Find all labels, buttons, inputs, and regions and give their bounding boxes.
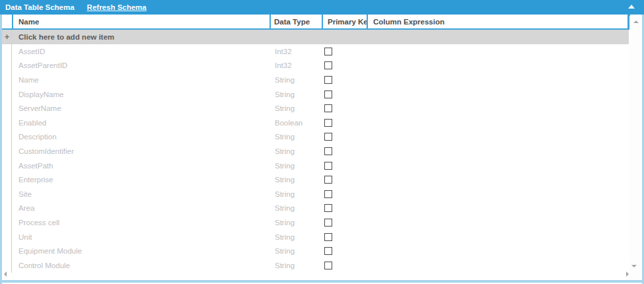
primary-key-cell	[322, 219, 367, 227]
table-row[interactable]: DisplayName String	[2, 87, 629, 102]
table-row[interactable]: Description String	[2, 130, 629, 145]
name-cell[interactable]: Description	[12, 133, 269, 141]
data-type-cell[interactable]: String	[269, 147, 322, 155]
table-row[interactable]: Area String	[2, 201, 629, 216]
row-header-separator-line	[11, 30, 12, 273]
column-header-data-type[interactable]: Data Type	[269, 15, 322, 28]
row-header-cell[interactable]	[2, 159, 12, 173]
row-header-cell[interactable]	[2, 215, 12, 230]
row-header-cell[interactable]	[2, 230, 12, 244]
primary-key-checkbox[interactable]	[324, 119, 332, 127]
row-header-cell[interactable]	[2, 187, 12, 201]
row-header-cell[interactable]	[2, 87, 12, 102]
primary-key-checkbox[interactable]	[324, 61, 332, 69]
scroll-left-icon[interactable]	[4, 271, 7, 277]
data-type-cell[interactable]: String	[269, 104, 322, 112]
table-row[interactable]: Enabled Boolean	[2, 116, 629, 130]
name-cell[interactable]: Site	[12, 190, 269, 198]
table-row[interactable]: Control Module String	[2, 258, 629, 273]
name-cell[interactable]: CustomIdentifier	[12, 147, 269, 155]
primary-key-cell	[322, 204, 367, 212]
table-row[interactable]: Unit String	[2, 230, 629, 244]
primary-key-checkbox[interactable]	[324, 104, 332, 112]
name-cell[interactable]: Control Module	[12, 262, 269, 269]
name-cell[interactable]: ServerName	[12, 104, 269, 112]
primary-key-checkbox[interactable]	[324, 233, 332, 241]
vertical-scrollbar[interactable]	[629, 16, 641, 280]
collapse-panel-icon[interactable]	[628, 5, 635, 9]
row-header-cell[interactable]	[2, 144, 12, 159]
table-row[interactable]: Site String	[2, 187, 629, 201]
table-row[interactable]: Equipment Module String	[2, 244, 629, 258]
table-row[interactable]: CustomIdentifier String	[2, 144, 629, 159]
name-cell[interactable]: AssetPath	[12, 162, 269, 170]
data-type-cell[interactable]: String	[269, 233, 322, 241]
name-cell[interactable]: AssetParentID	[12, 61, 269, 69]
data-type-cell[interactable]: String	[269, 247, 322, 255]
primary-key-checkbox[interactable]	[324, 133, 332, 141]
primary-key-checkbox[interactable]	[324, 262, 332, 269]
data-type-cell[interactable]: String	[269, 90, 322, 98]
data-type-cell[interactable]: Int32	[269, 61, 322, 69]
table-row[interactable]: AssetID Int32	[2, 44, 629, 59]
primary-key-checkbox[interactable]	[324, 190, 332, 198]
data-type-cell[interactable]: Int32	[269, 48, 322, 55]
primary-key-checkbox[interactable]	[324, 247, 332, 255]
name-cell[interactable]: AssetID	[12, 48, 269, 55]
data-type-cell[interactable]: String	[269, 133, 322, 141]
primary-key-cell	[322, 119, 367, 127]
scroll-up-icon[interactable]	[633, 20, 639, 23]
table-row[interactable]: AssetPath String	[2, 159, 629, 173]
primary-key-checkbox[interactable]	[324, 90, 332, 98]
column-header-column-expression[interactable]: Column Expression	[367, 15, 629, 28]
name-cell[interactable]: Enabled	[12, 119, 269, 127]
primary-key-checkbox[interactable]	[324, 48, 332, 55]
table-row[interactable]: Process cell String	[2, 215, 629, 230]
column-header-primary-key[interactable]: Primary Key	[322, 15, 367, 28]
scroll-down-icon[interactable]	[631, 265, 637, 267]
row-header-cell[interactable]	[2, 172, 12, 187]
refresh-schema-link[interactable]: Refresh Schema	[87, 3, 147, 11]
name-cell[interactable]: Process cell	[12, 219, 269, 227]
data-type-cell[interactable]: String	[269, 76, 322, 84]
table-row[interactable]: Enterprise String	[2, 172, 629, 187]
data-type-cell[interactable]: String	[269, 176, 322, 184]
data-type-cell[interactable]: Boolean	[269, 119, 322, 127]
row-header-cell[interactable]	[2, 44, 12, 59]
row-header-cell[interactable]	[2, 59, 12, 73]
row-header-cell[interactable]	[2, 201, 12, 216]
row-header-cell[interactable]	[2, 101, 12, 116]
primary-key-checkbox[interactable]	[324, 204, 332, 212]
row-header-cell[interactable]	[2, 116, 12, 130]
primary-key-checkbox[interactable]	[324, 176, 332, 184]
data-type-cell[interactable]: String	[269, 262, 322, 269]
primary-key-cell	[322, 247, 367, 255]
table-row[interactable]: Name String	[2, 73, 629, 87]
data-type-cell[interactable]: String	[269, 162, 322, 170]
scroll-right-icon[interactable]	[626, 271, 629, 277]
primary-key-cell	[322, 133, 367, 141]
row-header-cell[interactable]	[2, 258, 12, 273]
primary-key-checkbox[interactable]	[324, 76, 332, 84]
name-cell[interactable]: Equipment Module	[12, 247, 269, 255]
row-header-cell[interactable]	[2, 130, 12, 145]
row-header-cell[interactable]	[2, 244, 12, 258]
data-type-cell[interactable]: String	[269, 219, 322, 227]
data-type-cell[interactable]: String	[269, 204, 322, 212]
name-cell[interactable]: Unit	[12, 233, 269, 241]
table-row[interactable]: ServerName String	[2, 101, 629, 116]
primary-key-cell	[322, 104, 367, 112]
data-type-cell[interactable]: String	[269, 190, 322, 198]
name-cell[interactable]: Name	[12, 76, 269, 84]
primary-key-checkbox[interactable]	[324, 219, 332, 227]
panel-title: Data Table Schema	[0, 3, 75, 11]
name-cell[interactable]: Area	[12, 204, 269, 212]
name-cell[interactable]: DisplayName	[12, 90, 269, 98]
column-header-name[interactable]: Name	[12, 15, 269, 28]
table-row[interactable]: AssetParentID Int32	[2, 59, 629, 73]
name-cell[interactable]: Enterprise	[12, 176, 269, 184]
primary-key-checkbox[interactable]	[324, 147, 332, 155]
primary-key-checkbox[interactable]	[324, 162, 332, 170]
add-new-item-row[interactable]: + Click here to add new item	[2, 30, 629, 44]
row-header-cell[interactable]	[2, 73, 12, 87]
